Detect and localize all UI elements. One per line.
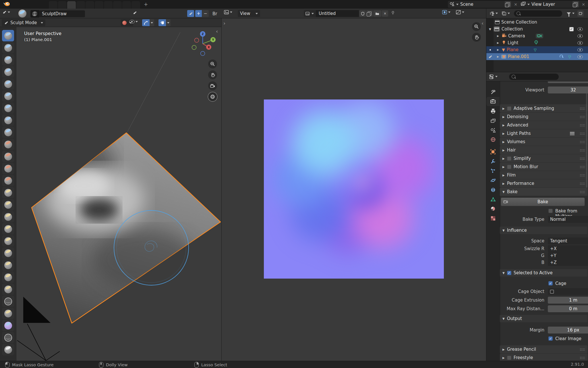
- panel-motion-blur[interactable]: ▶Motion Blur: [500, 163, 587, 171]
- cage-checkbox[interactable]: [548, 281, 553, 285]
- panel-influence[interactable]: ▼Influence: [500, 227, 587, 234]
- image-browse-button[interactable]: [304, 10, 316, 17]
- pin-icon[interactable]: [391, 11, 395, 16]
- plane001-data-icon[interactable]: ▽: [568, 55, 571, 59]
- plane001-eye-toggle[interactable]: [577, 55, 583, 59]
- tool-grab[interactable]: [2, 199, 14, 210]
- swizzle-g-row[interactable]: G +Y: [500, 252, 585, 259]
- tab-animation[interactable]: [104, 1, 113, 9]
- radius-pressure-toggle[interactable]: [133, 11, 137, 15]
- mode-dropdown[interactable]: Sculpt Mode: [2, 19, 45, 26]
- brush-datablock[interactable]: SculptDraw: [30, 10, 85, 18]
- tool-slide-relax[interactable]: [2, 283, 14, 295]
- tab-compositing[interactable]: [122, 1, 131, 9]
- tool-mesh-filter[interactable]: [2, 332, 14, 343]
- panel-film[interactable]: ▶Film: [500, 171, 587, 179]
- view-layer-remove-button[interactable]: ×: [581, 2, 586, 7]
- panel-denoising[interactable]: ▶Denoising: [500, 113, 587, 121]
- cage-object-row[interactable]: Cage Object: [500, 288, 585, 295]
- collection-eye-toggle[interactable]: [577, 27, 583, 31]
- panel-light-paths[interactable]: ▶Light Paths: [500, 129, 587, 137]
- tab-tool[interactable]: [486, 87, 500, 97]
- bake-from-multires-checkbox[interactable]: [548, 209, 553, 213]
- camera-expand-arrow[interactable]: ▶: [497, 34, 499, 37]
- tab-constraints[interactable]: [486, 185, 500, 194]
- outliner-filter-dropdown[interactable]: [567, 12, 575, 15]
- zoom-button[interactable]: [208, 60, 217, 68]
- panel-performance[interactable]: ▶Performance: [500, 179, 587, 187]
- tool-draw[interactable]: [2, 30, 14, 41]
- tab-rendering[interactable]: [113, 1, 122, 9]
- image-mode-dropdown[interactable]: View: [238, 10, 260, 17]
- viewport-samples-row[interactable]: Viewport 32: [500, 87, 585, 93]
- image-sidebar-collapse-chevron[interactable]: ‹: [481, 21, 483, 26]
- panel-adaptive-sampling[interactable]: ▶Adaptive Sampling: [500, 104, 587, 112]
- blender-logo-icon[interactable]: [3, 1, 10, 8]
- panel-grease-pencil[interactable]: ▶Grease Pencil: [500, 345, 587, 353]
- viewport-3d[interactable]: Z Y X User Perspective (1) Plane.001 ‹: [0, 27, 221, 361]
- bake-from-multires-row[interactable]: Bake from Multires: [500, 208, 585, 214]
- camera-eye-toggle[interactable]: [577, 34, 583, 38]
- tab-texture-paint[interactable]: [86, 1, 94, 9]
- active-tool-dropdown[interactable]: [2, 10, 10, 14]
- tab-sculpting[interactable]: [67, 1, 76, 9]
- collection-checkbox[interactable]: [569, 27, 574, 31]
- panel-volumes[interactable]: ▶Volumes: [500, 138, 587, 146]
- panel-hair[interactable]: ▶Hair: [500, 146, 587, 154]
- tab-scene[interactable]: [486, 125, 500, 135]
- visibility-dropdown[interactable]: [129, 20, 138, 24]
- falloff-dropdown[interactable]: [142, 19, 154, 26]
- tool-pinch[interactable]: [2, 187, 14, 198]
- tool-smooth[interactable]: [2, 126, 14, 138]
- properties-editor-type-dropdown[interactable]: [489, 74, 498, 79]
- symmetry-dropdown[interactable]: [158, 19, 171, 26]
- tool-elastic-deform[interactable]: [2, 211, 14, 223]
- outliner-row-plane[interactable]: ▶ ▼ Plane ▽: [486, 46, 588, 53]
- outliner-row-collection[interactable]: ▼ Collection: [486, 26, 588, 32]
- tool-scrape[interactable]: [2, 163, 14, 174]
- tool-clay[interactable]: [2, 54, 14, 66]
- camera-view-button[interactable]: [208, 81, 217, 90]
- tab-render[interactable]: [486, 97, 500, 106]
- unlink-image-button[interactable]: ×: [382, 10, 388, 17]
- plane-eye-toggle[interactable]: [577, 48, 583, 52]
- swizzle-r-row[interactable]: Swizzle R +X: [500, 245, 585, 252]
- plane-expand-arrow[interactable]: ▶: [497, 48, 499, 51]
- outliner-display-mode-dropdown[interactable]: [490, 12, 498, 16]
- sidebar-collapse-chevron[interactable]: ‹: [216, 29, 218, 34]
- properties-search-input[interactable]: [509, 74, 559, 80]
- tab-scripting[interactable]: [131, 1, 140, 9]
- brush-thumbnail-icon[interactable]: [30, 10, 39, 18]
- tab-object[interactable]: [486, 147, 500, 156]
- tool-snake-hook[interactable]: [2, 223, 14, 235]
- tab-modeling[interactable]: [58, 1, 67, 9]
- bake-type-row[interactable]: Bake Type Normal: [500, 216, 585, 223]
- tab-layout[interactable]: [49, 1, 57, 9]
- tool-fill[interactable]: [2, 151, 14, 162]
- tab-object-data[interactable]: [486, 195, 500, 204]
- margin-row[interactable]: Margin 16 px: [500, 327, 585, 334]
- new-collection-button[interactable]: [577, 10, 584, 17]
- editor-type-dropdown[interactable]: [224, 10, 232, 14]
- tool-nudge[interactable]: [2, 259, 14, 271]
- panel-bake[interactable]: ▼Bake: [500, 188, 587, 196]
- panel-simplify[interactable]: ▶Simplify: [500, 154, 587, 162]
- outliner-row-camera[interactable]: ▶ Camera: [486, 32, 588, 39]
- camera-data-icon[interactable]: [536, 34, 543, 38]
- outliner-filter-mode-dropdown[interactable]: [502, 12, 510, 16]
- tool-cloth-filter[interactable]: [2, 320, 14, 331]
- panel-advanced[interactable]: ▶Advanced: [500, 121, 587, 129]
- tool-inflate[interactable]: [2, 90, 14, 102]
- view-layer-selector[interactable]: View Layer ×: [519, 1, 588, 8]
- display-channels-dropdown[interactable]: [456, 10, 464, 14]
- render-slot-dropdown[interactable]: [442, 10, 450, 14]
- selected-to-active-checkbox[interactable]: [507, 271, 511, 275]
- image-toolbar-expand-chevron[interactable]: ›: [223, 21, 225, 26]
- light-eye-toggle[interactable]: [577, 41, 583, 45]
- tool-draw-sharp[interactable]: [2, 42, 14, 53]
- outliner-row-scene-collection[interactable]: Scene Collection: [486, 19, 588, 26]
- swizzle-b-row[interactable]: B +Z: [500, 259, 585, 266]
- tool-pose[interactable]: [2, 247, 14, 259]
- collection-expand-arrow[interactable]: ▼: [489, 28, 491, 31]
- tab-particles[interactable]: [486, 166, 500, 175]
